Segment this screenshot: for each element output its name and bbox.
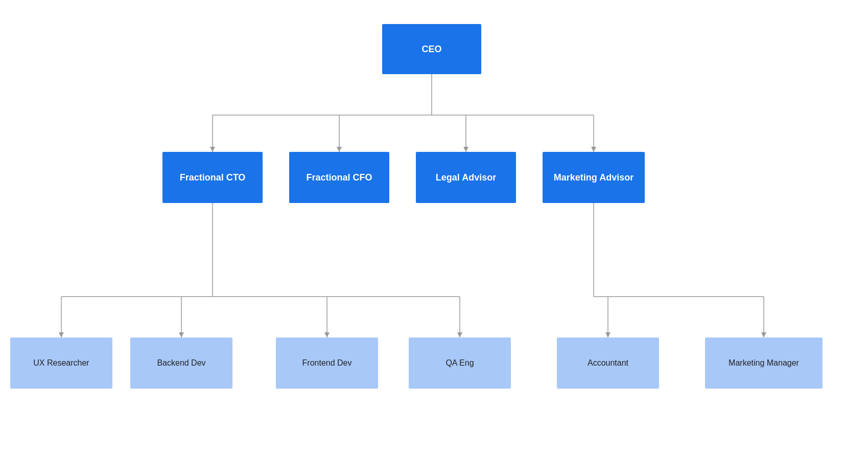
- cto-node: Fractional CTO: [162, 152, 263, 203]
- marketing-manager-node: Marketing Manager: [705, 338, 823, 389]
- legal-node: Legal Advisor: [416, 152, 516, 203]
- ux-researcher-node: UX Researcher: [10, 338, 112, 389]
- qa-eng-node: QA Eng: [409, 338, 511, 389]
- svg-marker-19: [457, 332, 462, 338]
- marketing-advisor-node: Marketing Advisor: [543, 152, 645, 203]
- svg-marker-9: [591, 147, 596, 152]
- frontend-dev-node: Frontend Dev: [276, 338, 378, 389]
- svg-marker-13: [59, 332, 64, 338]
- accountant-node: Accountant: [557, 338, 659, 389]
- svg-marker-15: [179, 332, 184, 338]
- cfo-node: Fractional CFO: [289, 152, 389, 203]
- svg-marker-24: [605, 332, 611, 338]
- svg-marker-5: [337, 147, 342, 152]
- backend-dev-node: Backend Dev: [130, 338, 232, 389]
- svg-marker-17: [324, 332, 330, 338]
- svg-marker-26: [761, 332, 766, 338]
- svg-marker-7: [463, 147, 468, 152]
- ceo-node: CEO: [382, 24, 481, 74]
- org-chart: CEO Fractional CTO Fractional CFO Legal …: [0, 0, 868, 450]
- svg-marker-3: [210, 147, 215, 152]
